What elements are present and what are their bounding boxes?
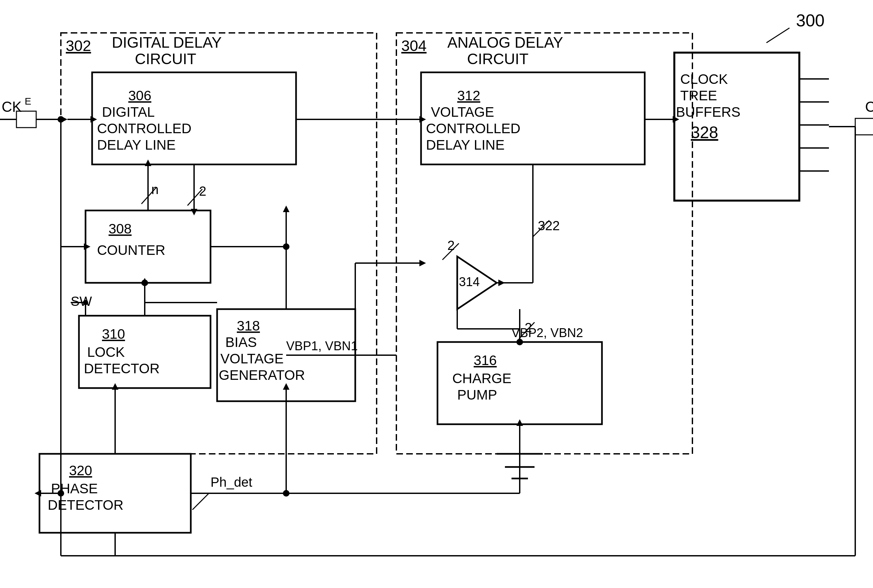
block-charge-2: PUMP — [457, 387, 497, 402]
signal-vbp2vbn2: VBP2, VBN2 — [512, 326, 583, 340]
label-328: 328 — [691, 123, 718, 142]
signal-phdet: Ph_det — [210, 475, 252, 489]
block-phase-2: DETECTOR — [48, 497, 123, 513]
block-bias-2: VOLTAGE — [220, 351, 284, 366]
signal-2c: 2 — [525, 320, 532, 335]
label-306: 306 — [128, 88, 151, 103]
block-digital-cdl-3: DELAY LINE — [97, 137, 176, 153]
block-vcdl-2: CONTROLLED — [426, 121, 520, 136]
label-318: 318 — [237, 318, 260, 333]
block-counter: COUNTER — [97, 242, 165, 258]
label-310: 310 — [102, 326, 125, 342]
block-lock-2: DETECTOR — [84, 361, 159, 376]
diagram-title: 300 — [796, 11, 825, 30]
label-314: 314 — [459, 275, 480, 289]
label-digital-delay-circuit: DIGITAL DELAY — [112, 34, 222, 51]
block-charge-1: CHARGE — [452, 370, 512, 386]
signal-cke: CK — [2, 99, 22, 115]
signal-vbp1vbn1: VBP1, VBN1 — [286, 339, 358, 353]
circuit-diagram: 300 302 DIGITAL DELAY CIRCUIT 304 ANALOG… — [0, 0, 873, 588]
signal-cke-sub: E — [25, 96, 31, 106]
label-316: 316 — [474, 352, 497, 368]
label-312: 312 — [457, 88, 480, 103]
label-308: 308 — [108, 221, 132, 237]
block-bias-1: BIAS — [225, 334, 257, 350]
label-analog-delay-circuit: ANALOG DELAY — [447, 34, 563, 51]
block-clk-2: TREE — [680, 88, 717, 103]
block-bias-3: GENERATOR — [219, 368, 305, 383]
label-302: 302 — [66, 37, 91, 54]
svg-point-62 — [516, 339, 523, 345]
label-digital-delay-circuit2: CIRCUIT — [135, 50, 196, 68]
block-vcdl-3: DELAY LINE — [426, 137, 505, 153]
block-vcdl-1: VOLTAGE — [431, 104, 494, 120]
signal-sw: SW — [71, 294, 92, 309]
label-320: 320 — [69, 463, 92, 478]
block-digital-cdl-1: DIGITAL — [102, 104, 154, 120]
label-304: 304 — [401, 37, 427, 54]
block-lock-1: LOCK — [87, 344, 124, 360]
label-analog-delay-circuit2: CIRCUIT — [467, 50, 529, 68]
signal-2b: 2 — [447, 238, 454, 253]
signal-cki: CK — [865, 99, 873, 115]
block-clk-1: CLOCK — [680, 71, 728, 87]
block-digital-cdl-2: CONTROLLED — [97, 121, 192, 136]
block-clk-3: BUFFERS — [676, 104, 741, 120]
